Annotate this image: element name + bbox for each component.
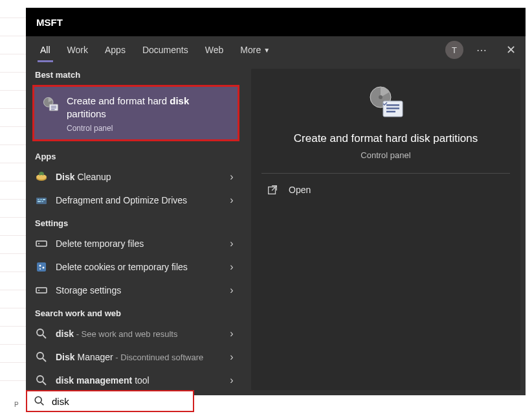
close-button[interactable]: ✕ [501, 43, 520, 57]
best-match-result[interactable]: Create and format hard disk partitions C… [32, 85, 239, 141]
svg-rect-8 [38, 199, 39, 200]
search-window: MSFT All Work Apps Documents Web More ▼ … [26, 8, 526, 395]
tab-web[interactable]: Web [199, 38, 230, 62]
svg-point-25 [37, 376, 43, 382]
svg-rect-10 [43, 199, 45, 200]
best-match-subtitle: Control panel [67, 124, 230, 133]
svg-rect-2 [51, 106, 56, 106]
svg-point-6 [36, 174, 47, 179]
web-result-disk-manager[interactable]: Disk Manager - Discontinued software › [26, 345, 246, 369]
setting-label: Delete temporary files [56, 238, 219, 249]
disk-cleanup-icon [35, 170, 48, 183]
svg-rect-32 [386, 111, 395, 113]
tab-apps[interactable]: Apps [98, 38, 132, 62]
tab-work[interactable]: Work [61, 38, 94, 62]
user-avatar[interactable]: T [445, 41, 463, 59]
svg-rect-12 [41, 201, 43, 202]
best-match-title: Create and format hard disk partitions [67, 95, 230, 120]
svg-line-24 [43, 358, 46, 362]
svg-rect-31 [386, 108, 399, 110]
storage-icon [35, 237, 48, 250]
svg-point-28 [379, 95, 382, 99]
detail-card: Create and format hard disk partitions C… [251, 69, 520, 390]
chevron-right-icon: › [227, 351, 237, 363]
search-icon [35, 327, 48, 340]
chevron-right-icon: › [227, 171, 237, 183]
disk-partition-icon [42, 96, 59, 113]
app-label: Defragment and Optimize Drives [56, 195, 219, 205]
svg-point-14 [38, 243, 39, 244]
chevron-right-icon: › [227, 375, 237, 386]
section-settings: Settings [26, 212, 246, 232]
storage-icon [35, 284, 48, 297]
svg-rect-13 [36, 241, 47, 246]
app-label: Disk Cleanup [56, 172, 219, 182]
tab-documents[interactable]: Documents [136, 38, 195, 62]
svg-rect-9 [40, 199, 42, 200]
page-label: P [14, 401, 19, 408]
svg-point-16 [39, 265, 41, 267]
more-options-button[interactable]: ⋯ [472, 44, 492, 56]
svg-rect-4 [51, 109, 55, 110]
section-work-web: Search work and web [26, 302, 246, 322]
svg-line-35 [41, 402, 43, 405]
search-bar[interactable] [26, 390, 194, 412]
chevron-right-icon: › [227, 238, 237, 249]
chevron-down-icon: ▼ [263, 47, 270, 54]
cookies-icon [35, 260, 48, 273]
svg-rect-30 [386, 104, 399, 106]
web-result-label: disk management tool [56, 375, 219, 386]
detail-title: Create and format hard disk partitions [251, 132, 520, 145]
disk-partition-large-icon [251, 84, 520, 121]
setting-delete-cookies[interactable]: Delete cookies or temporary files › [26, 255, 246, 279]
chevron-right-icon: › [227, 284, 237, 296]
search-icon [34, 395, 45, 407]
section-best-match: Best match [26, 64, 246, 84]
svg-rect-15 [37, 262, 46, 272]
setting-label: Storage settings [56, 285, 219, 295]
defrag-icon [35, 194, 48, 207]
results-column: Best match Create and format hard disk p… [26, 64, 246, 395]
setting-delete-temp[interactable]: Delete temporary files › [26, 232, 246, 255]
tab-more-label: More [240, 45, 261, 55]
app-disk-cleanup[interactable]: Disk Cleanup › [26, 165, 246, 189]
web-result-disk-management-tool[interactable]: disk management tool › [26, 369, 246, 392]
svg-point-18 [39, 268, 41, 270]
web-result-label: Disk Manager - Discontinued software [56, 352, 219, 362]
web-result-label: disk - See work and web results [56, 329, 219, 339]
svg-rect-19 [36, 288, 47, 293]
svg-point-34 [35, 397, 41, 403]
open-action[interactable]: Open [251, 174, 520, 206]
svg-point-23 [37, 352, 43, 359]
search-input[interactable] [52, 396, 186, 407]
chevron-right-icon: › [227, 328, 237, 340]
setting-storage[interactable]: Storage settings › [26, 279, 246, 302]
svg-rect-3 [51, 108, 56, 108]
search-icon [35, 351, 48, 364]
background-lines [0, 0, 26, 416]
detail-column: Create and format hard disk partitions C… [246, 64, 526, 395]
chevron-right-icon: › [227, 194, 237, 206]
svg-line-22 [43, 335, 46, 338]
chevron-right-icon: › [227, 261, 237, 273]
open-icon [267, 184, 278, 196]
web-result-disk[interactable]: disk - See work and web results › [26, 322, 246, 345]
svg-rect-11 [38, 201, 41, 202]
app-defragment[interactable]: Defragment and Optimize Drives › [26, 189, 246, 212]
setting-label: Delete cookies or temporary files [56, 262, 219, 272]
svg-point-20 [38, 290, 39, 291]
svg-point-17 [43, 267, 45, 269]
titlebar: MSFT [26, 8, 526, 36]
section-apps: Apps [26, 145, 246, 165]
svg-point-21 [37, 329, 43, 336]
detail-subtitle: Control panel [251, 150, 520, 160]
tab-all[interactable]: All [34, 38, 57, 62]
tab-more[interactable]: More ▼ [234, 38, 276, 62]
search-icon [35, 374, 48, 387]
titlebar-title: MSFT [36, 17, 63, 28]
tab-bar: All Work Apps Documents Web More ▼ T ⋯ ✕ [26, 36, 526, 64]
open-label: Open [289, 185, 311, 195]
svg-line-26 [43, 382, 46, 385]
